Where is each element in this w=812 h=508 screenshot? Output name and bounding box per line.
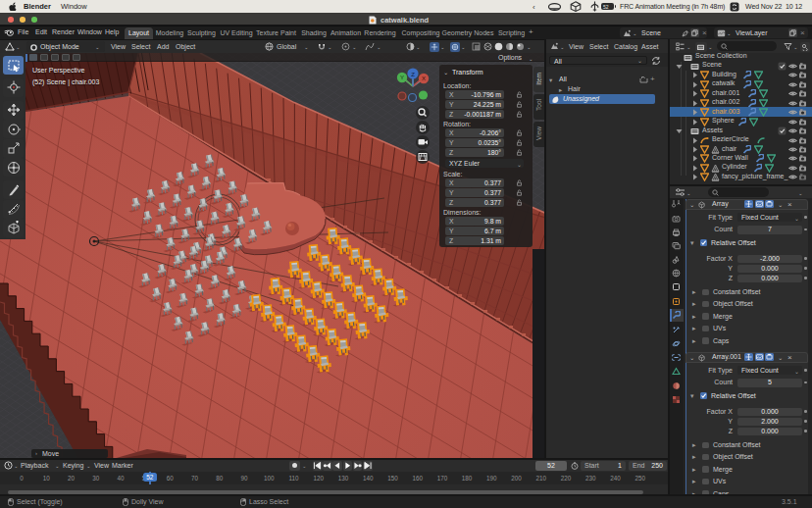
svg-text:Z: Z [411, 72, 415, 77]
svg-text:Y: Y [400, 75, 404, 80]
svg-text:X: X [422, 76, 426, 81]
